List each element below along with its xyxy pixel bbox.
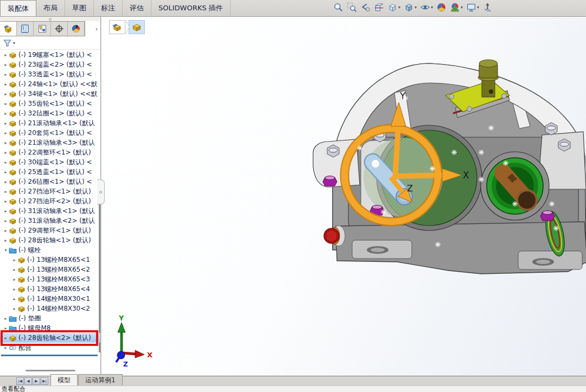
tree-item[interactable]: ▸(-) 31滚动轴承<1> (默认 — [0, 206, 100, 216]
tree-item[interactable]: ▸(-) 35齿轮<1> (默认) < — [0, 99, 100, 108]
filter-funnel-icon[interactable] — [3, 39, 11, 47]
expand-arrow-icon[interactable]: ▸ — [3, 131, 9, 136]
expand-arrow-icon[interactable]: ▸ — [11, 306, 17, 311]
panel-resize-handle[interactable] — [26, 370, 75, 371]
expand-arrow-icon[interactable]: ▸ — [3, 199, 9, 204]
dropdown-caret-icon[interactable]: ▾ — [431, 5, 433, 10]
tree-item[interactable]: ▸(-) 33透盖<1> (默认) < — [0, 69, 100, 79]
command-tab[interactable]: 标注 — [94, 0, 123, 16]
dropdown-caret-icon[interactable]: ▾ — [477, 5, 479, 10]
tree-item[interactable]: ▸(-) 25透盖<1> (默认) < — [0, 167, 100, 177]
tree-item[interactable]: ▸(-) 32毡圈<1> (默认) < — [0, 108, 100, 118]
panel-splitter[interactable] — [0, 17, 100, 21]
tree-item[interactable]: ▸(-) 26毡圈<1> (默认) < — [0, 177, 100, 187]
configurationmanager-tab[interactable] — [34, 22, 50, 36]
view-settings-button[interactable]: ▾ — [465, 2, 480, 13]
tree-item[interactable]: ▸(-) 19螺塞<1> (默认) < — [0, 50, 100, 60]
expand-arrow-icon[interactable]: ▸ — [11, 267, 17, 272]
graphics-viewport[interactable]: Y X Z — [101, 17, 586, 376]
tree-item[interactable]: ▸(-) 垫圈 — [0, 313, 100, 323]
tree-item[interactable]: ▸(-) 31滚动轴承<2> (默认 — [0, 216, 100, 226]
expand-arrow-icon[interactable]: ▸ — [3, 101, 9, 106]
expand-arrow-icon[interactable]: ▸ — [3, 228, 9, 233]
expand-arrow-icon[interactable]: ▸ — [3, 238, 9, 243]
expand-arrow-icon[interactable]: ▸ — [11, 297, 17, 301]
tree-item[interactable]: ▸(-) 21滚动轴承<1> (默认 — [0, 118, 100, 128]
tree-item[interactable]: ▸(-) 14螺栓M8X30<2 — [0, 304, 100, 313]
tab-scroll-button[interactable]: ▶ — [33, 377, 40, 385]
expand-arrow-icon[interactable]: ▸ — [3, 209, 9, 214]
expand-arrow-icon[interactable]: ▾ — [3, 248, 9, 253]
dropdown-caret-icon[interactable]: ▾ — [461, 5, 463, 10]
tree-item[interactable]: ▸(-) 27挡油环<1> (默认) — [0, 187, 100, 196]
expand-arrow-icon[interactable]: ▸ — [3, 140, 9, 145]
tree-item[interactable]: ▸(-) 30端盖<1> (默认) < — [0, 157, 100, 167]
breadcrumb-part-icon[interactable] — [129, 20, 145, 34]
tree-item[interactable]: ▸(-) 21滚动轴承<3> (默认 — [0, 138, 100, 147]
command-tab[interactable]: 装配体 — [0, 0, 36, 16]
doc-tab-motion-study[interactable]: 运动算例1 — [78, 374, 123, 385]
tree-item[interactable]: ▸(-) 螺母M8 — [0, 323, 100, 333]
tree-item[interactable]: ▸(-) 13螺栓M8X65<3 — [0, 274, 100, 284]
expand-arrow-icon[interactable]: ▸ — [3, 121, 9, 126]
tree-item[interactable]: ▾(-) 螺栓 — [0, 245, 100, 255]
expand-arrow-icon[interactable]: ▸ — [3, 179, 9, 184]
tree-item[interactable]: ▸(-) 28齿轮轴<1> (默认) — [0, 235, 100, 245]
tab-scroll-button[interactable]: |◀ — [16, 377, 24, 385]
command-tab[interactable]: 布局 — [36, 0, 65, 16]
edit-appearance-button[interactable] — [435, 2, 448, 13]
tree-item[interactable]: ▸(-) 29调整环<1> (默认) — [0, 226, 100, 235]
command-tab[interactable]: 草图 — [65, 0, 94, 16]
propertymanager-tab[interactable] — [17, 22, 34, 36]
tree-item[interactable]: ▸(-) 23端盖<2> (默认) < — [0, 60, 100, 69]
tab-scroll-button[interactable]: ◀ — [24, 377, 32, 385]
expand-arrow-icon[interactable]: ▸ — [11, 277, 17, 282]
dropdown-caret-icon[interactable]: ▾ — [415, 5, 417, 10]
tree-item[interactable]: ▸(-) 28齿轮轴<2> (默认) — [0, 333, 100, 343]
expand-arrow-icon[interactable]: ▸ — [3, 189, 9, 194]
dropdown-caret-icon[interactable]: ▾ — [398, 5, 400, 10]
zoom-to-fit-button[interactable] — [332, 2, 345, 13]
expand-arrow-icon[interactable]: ▸ — [3, 336, 9, 340]
dimxpertmanager-tab[interactable] — [51, 22, 68, 36]
section-view-button[interactable] — [373, 2, 385, 13]
expand-arrow-icon[interactable]: ▸ — [3, 219, 9, 223]
displaymanager-tab[interactable] — [68, 22, 85, 36]
command-tab[interactable]: 评估 — [123, 0, 151, 16]
zoom-to-area-button[interactable] — [346, 2, 358, 13]
doc-tab-model[interactable]: 模型 — [50, 374, 78, 385]
tree-item[interactable]: ▸(-) 13螺栓M8X65<2 — [0, 265, 100, 274]
tree-item[interactable]: ▸(-) 20套筒<1> (默认) < — [0, 128, 100, 138]
expand-arrow-icon[interactable]: ▸ — [3, 345, 9, 350]
tree-item[interactable]: ▸(-) 22调整环<1> (默认) — [0, 147, 100, 157]
view-orientation-button[interactable]: ▾ — [386, 2, 402, 13]
filter-dropdown-caret-icon[interactable]: ▾ — [13, 41, 15, 46]
tree-item[interactable]: ▸(-) 34键<1> (默认) <<默 — [0, 89, 100, 99]
expand-arrow-icon[interactable]: ▸ — [3, 53, 9, 57]
expand-arrow-icon[interactable]: ▸ — [3, 150, 9, 155]
display-style-button[interactable]: ▾ — [403, 2, 418, 13]
panel-tabs-overflow-button[interactable]: › — [93, 21, 100, 36]
model-oil-plug[interactable] — [324, 226, 345, 246]
breadcrumb-assembly-icon[interactable] — [109, 20, 125, 34]
expand-arrow-icon[interactable]: ▸ — [11, 287, 17, 292]
command-tab[interactable]: SOLIDWORKS 插件 — [151, 0, 231, 16]
hide-show-items-button[interactable]: ▾ — [419, 2, 434, 13]
tree-item[interactable]: ▸(-) 27挡油环<2> (默认) — [0, 196, 100, 206]
expand-arrow-icon[interactable]: ▸ — [3, 316, 9, 321]
expand-arrow-icon[interactable]: ▸ — [11, 258, 17, 262]
tree-item[interactable]: ▸(-) 24轴<1> (默认) <<默 — [0, 79, 100, 89]
featuremanager-tree-tab[interactable] — [0, 22, 17, 36]
expand-arrow-icon[interactable]: ▸ — [3, 170, 9, 175]
tab-scroll-button[interactable]: ▶| — [41, 377, 48, 385]
expand-arrow-icon[interactable]: ▸ — [3, 111, 9, 116]
expand-arrow-icon[interactable]: ▸ — [3, 72, 9, 77]
expand-arrow-icon[interactable]: ▸ — [3, 326, 9, 331]
tree-item[interactable]: ▸(-) 13螺栓M8X65<4 — [0, 284, 100, 294]
model-output-shaft[interactable] — [481, 152, 549, 220]
panel-flyout-handle[interactable] — [97, 179, 105, 204]
tree-item[interactable]: ▸(-) 14螺栓M8X30<1 — [0, 294, 100, 304]
previous-view-button[interactable] — [359, 2, 372, 13]
expand-arrow-icon[interactable]: ▸ — [3, 160, 9, 165]
expand-arrow-icon[interactable]: ▸ — [3, 92, 9, 97]
